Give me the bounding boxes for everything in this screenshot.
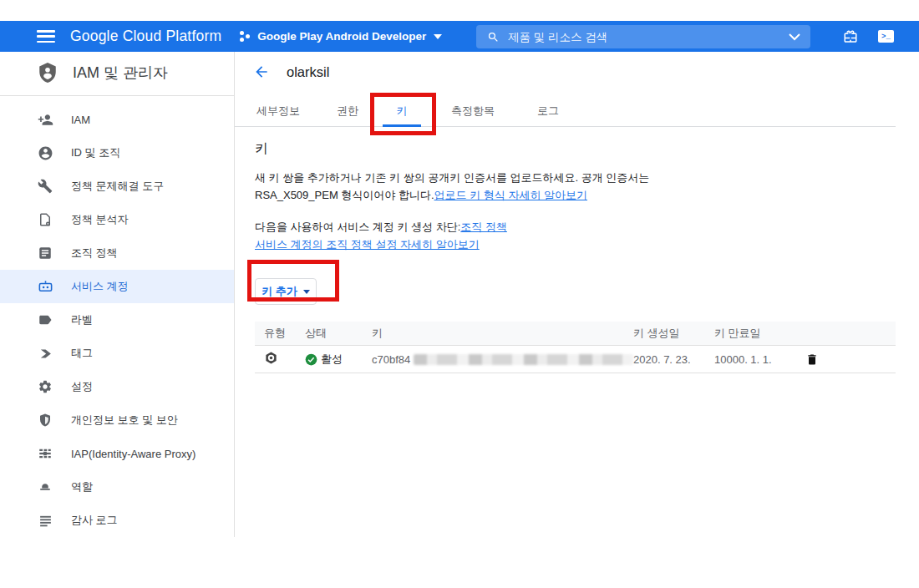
audit-log-icon (37, 512, 53, 529)
key-expiry-date: 10000. 1. 1. (714, 353, 802, 366)
sidebar-item-label: 서비스 계정 (71, 279, 129, 294)
col-header-type: 유형 (255, 326, 305, 341)
back-arrow-icon[interactable] (253, 63, 270, 80)
sidebar-item-settings[interactable]: 설정 (0, 370, 234, 403)
gcp-console-page: Google Cloud Platform Google Play Androi… (0, 0, 919, 588)
tab-permissions[interactable]: 권한 (337, 96, 358, 127)
key-type-icon (264, 351, 278, 365)
sidebar-item-label: ID 및 조직 (71, 145, 120, 160)
sidebar-item-iap[interactable]: IAP(Identity-Aware Proxy) (0, 437, 234, 470)
sidebar-item-label: 라벨 (71, 312, 93, 327)
search-expand-chevron-icon[interactable] (789, 33, 800, 41)
tab-logs[interactable]: 로그 (537, 96, 559, 127)
key-created-date: 2020. 7. 23. (633, 353, 714, 366)
sidebar-item-label: 설정 (71, 379, 93, 394)
tab-metrics[interactable]: 측정항목 (451, 96, 495, 127)
project-selector[interactable]: Google Play Android Developer (238, 30, 442, 43)
tag-icon (37, 345, 53, 362)
label-icon (37, 312, 53, 328)
page-title-row: olarksil (253, 63, 329, 80)
project-selector-label: Google Play Android Developer (257, 30, 426, 43)
sidebar-item-label: IAM (71, 114, 90, 126)
sidebar-navigation: IAM ID 및 조직 정책 문제해결 도구 정책 분석자 조직 정책 서비스 … (0, 103, 234, 537)
page-header: IAM 및 관리자 olarksil (0, 52, 919, 96)
brand-title[interactable]: Google Cloud Platform (70, 28, 221, 45)
wrench-icon (37, 178, 53, 195)
key-id-prefix: c70bf84 (372, 353, 410, 366)
table-header-row: 유형 상태 키 키 생성일 키 만료일 (255, 322, 896, 346)
add-key-button[interactable]: 키 추가 (255, 278, 317, 305)
tab-details[interactable]: 세부정보 (256, 96, 300, 127)
topbar-utility-icons: >_ (843, 21, 919, 52)
keys-panel: 키 새 키 쌍을 추가하거나 기존 키 쌍의 공개키 인증서를 업로드하세요. … (255, 140, 896, 373)
search-icon (487, 31, 500, 43)
sidebar-item-label: 정책 분석자 (71, 212, 129, 227)
sidebar-top-divider (0, 95, 234, 96)
gear-icon (37, 378, 53, 395)
col-header-expires: 키 만료일 (714, 326, 802, 341)
check-circle-icon (305, 353, 317, 366)
sidebar-item-policy-troubleshooter[interactable]: 정책 문제해결 도구 (0, 170, 234, 203)
iam-shield-icon (37, 62, 58, 84)
roles-icon (37, 479, 53, 495)
col-header-key: 키 (372, 326, 633, 341)
sidebar-item-label: IAP(Identity-Aware Proxy) (71, 448, 195, 460)
org-policy-note: 다음을 사용하여 서비스 계정 키 생성 차단:조직 정책 서비스 계정의 조직… (255, 218, 896, 253)
product-title: IAM 및 관리자 (73, 63, 168, 83)
sidebar-item-tags[interactable]: 태그 (0, 337, 234, 370)
sidebar-item-roles[interactable]: 역할 (0, 470, 234, 504)
keys-description: 새 키 쌍을 추가하거나 기존 키 쌍의 공개키 인증서를 업로드하세요. 공개… (255, 169, 896, 204)
section-heading: 키 (255, 140, 896, 158)
page-title: olarksil (287, 64, 329, 80)
sidebar-item-label: 조직 정책 (71, 246, 118, 261)
sidebar-item-service-accounts[interactable]: 서비스 계정 (0, 270, 234, 303)
privacy-shield-icon (37, 412, 53, 428)
identity-icon (37, 144, 53, 161)
search-bar[interactable] (476, 25, 810, 48)
table-row: 활성 c70bf84 2020. 7. 23. 10000. 1. 1. (255, 346, 896, 373)
chevron-down-icon (303, 290, 310, 294)
sidebar-item-iam[interactable]: IAM (0, 103, 234, 136)
menu-icon[interactable] (37, 30, 55, 43)
search-input[interactable] (508, 31, 789, 43)
org-policy-settings-link[interactable]: 서비스 계정의 조직 정책 설정 자세히 알아보기 (255, 238, 480, 251)
sidebar-item-label: 태그 (71, 346, 93, 361)
person-add-icon (37, 111, 53, 128)
col-header-created: 키 생성일 (633, 326, 714, 341)
chevron-down-icon (434, 34, 442, 39)
sidebar-item-labels[interactable]: 라벨 (0, 303, 234, 337)
sidebar-item-privacy-security[interactable]: 개인정보 보호 및 보안 (0, 403, 234, 437)
col-header-status: 상태 (305, 326, 372, 341)
sidebar-item-org-policies[interactable]: 조직 정책 (0, 236, 234, 270)
sidebar-item-identity-org[interactable]: ID 및 조직 (0, 136, 234, 170)
sidebar-item-label: 개인정보 보호 및 보안 (71, 413, 178, 428)
sidebar-item-label: 역할 (71, 479, 93, 494)
keys-table: 유형 상태 키 키 생성일 키 만료일 활성 c70bf84 (255, 322, 896, 373)
tab-keys[interactable]: 키 (383, 96, 421, 127)
key-id-redacted-blur (414, 354, 633, 365)
cloud-shell-icon[interactable]: >_ (878, 30, 894, 43)
status-badge: 활성 (321, 352, 343, 367)
product-header: IAM 및 관리자 (37, 62, 168, 84)
policy-analyzer-icon (37, 211, 53, 228)
sidebar-item-policy-analyzer[interactable]: 정책 분석자 (0, 203, 234, 236)
sidebar-item-label: 감사 로그 (71, 513, 118, 528)
project-icon (238, 30, 251, 43)
service-account-icon (37, 278, 53, 295)
tab-bar: 세부정보 권한 키 측정항목 로그 (235, 96, 896, 127)
trash-icon[interactable] (805, 352, 819, 367)
sidebar-item-audit-logs[interactable]: 감사 로그 (0, 504, 234, 537)
sidebar-item-label: 정책 문제해결 도구 (71, 179, 164, 194)
gift-icon[interactable] (843, 29, 858, 44)
iap-icon (37, 445, 53, 462)
org-policy-icon (37, 245, 53, 261)
upload-key-format-link[interactable]: 업로드 키 형식 자세히 알아보기 (434, 189, 587, 201)
org-policy-link[interactable]: 조직 정책 (460, 220, 507, 233)
